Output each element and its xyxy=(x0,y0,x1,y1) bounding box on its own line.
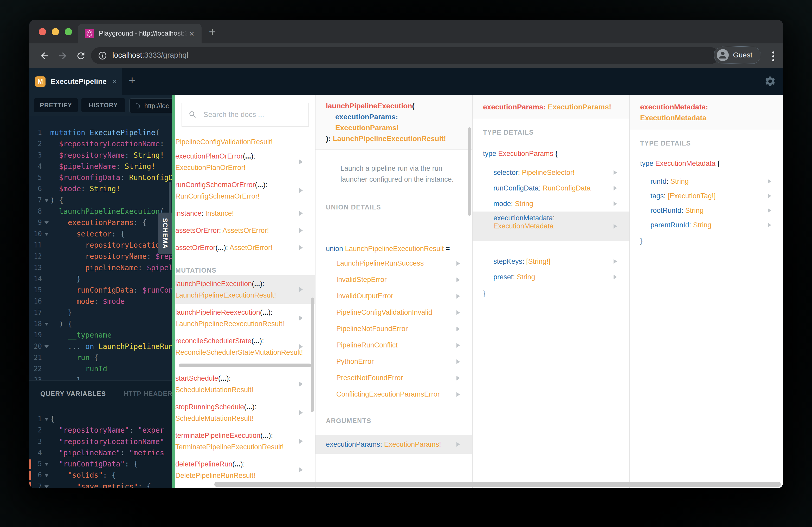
tab-http-headers[interactable]: HTTP HEADERS xyxy=(124,390,172,397)
code-line[interactable]: 3 "repositoryLocationName" xyxy=(29,436,172,447)
variables-editor[interactable]: 1{2 "repositoryName": "exper3 "repositor… xyxy=(29,413,172,488)
fold-arrow-icon[interactable] xyxy=(44,323,49,326)
query-editor[interactable]: 1mutation ExecutePipeline(2 $repositoryL… xyxy=(29,116,172,381)
endpoint-input[interactable]: http://loc xyxy=(129,98,172,113)
docs-divider-bar[interactable] xyxy=(172,95,175,488)
docs-column1-vertical-scrollbar[interactable] xyxy=(311,298,314,412)
code-line[interactable]: 8 launchPipelineExecution( xyxy=(29,206,172,217)
code-line[interactable]: 17 } xyxy=(29,307,172,318)
code-line[interactable]: 11 repositoryLocationName: xyxy=(29,240,172,251)
fold-arrow-icon[interactable] xyxy=(44,222,49,224)
docs-field-item-stopRunningSchedule[interactable]: stopRunningSchedule(...):ScheduleMutatio… xyxy=(175,398,315,427)
type-field-stepKeys[interactable]: stepKeys: [String!] xyxy=(473,254,629,269)
type-field-parentRunId[interactable]: parentRunId: String xyxy=(630,218,783,232)
union-member-InvalidOutputError[interactable]: InvalidOutputError xyxy=(316,288,472,304)
code-line[interactable]: 23 } xyxy=(29,375,172,381)
minimize-window-button[interactable] xyxy=(52,28,59,35)
code-line[interactable]: 16 mode: $mode xyxy=(29,296,172,307)
playground-tab-close-icon[interactable]: × xyxy=(112,77,117,86)
fold-arrow-icon[interactable] xyxy=(44,199,49,202)
code-line[interactable]: 20 ... on LaunchPipelineRunSuccess xyxy=(29,341,172,352)
docs-field-item-startSchedule[interactable]: startSchedule(...):ScheduleMutationResul… xyxy=(175,370,315,398)
code-line[interactable]: 19 __typename xyxy=(29,330,172,341)
code-line[interactable]: 3 $repositoryName: String! xyxy=(29,150,172,161)
union-member-LaunchPipelineRunSuccess[interactable]: LaunchPipelineRunSuccess xyxy=(316,255,472,272)
code-line[interactable]: 12 repositoryName: $repositoryName xyxy=(29,251,172,262)
docs-field-item-launchPipelineExecution[interactable]: launchPipelineExecution(...):LaunchPipel… xyxy=(175,275,315,304)
union-member-PipelineNotFoundError[interactable]: PipelineNotFoundError xyxy=(316,321,472,337)
code-line[interactable]: 2 $repositoryLocationName: xyxy=(29,138,172,149)
docs-field-item-deletePipelineRun[interactable]: deletePipelineRun(...):DeletePipelineRun… xyxy=(175,455,315,484)
docs-search-box[interactable] xyxy=(182,103,309,126)
code-line[interactable]: 9 executionParams: { xyxy=(29,217,172,228)
code-line[interactable]: 22 runId xyxy=(29,363,172,375)
fold-arrow-icon[interactable] xyxy=(44,463,49,466)
code-line[interactable]: 21 run { xyxy=(29,352,172,363)
union-member-PresetNotFoundError[interactable]: PresetNotFoundError xyxy=(316,370,472,386)
code-line[interactable]: 6 $mode: String! xyxy=(29,183,172,194)
site-info-icon[interactable] xyxy=(98,51,107,61)
history-button[interactable]: HISTORY xyxy=(82,98,125,112)
type-field-runId[interactable]: runId: String xyxy=(630,174,783,189)
union-member-PipelineConfigValidationInvalid[interactable]: PipelineConfigValidationInvalid xyxy=(316,304,472,321)
code-line[interactable]: 4 $pipelineName: String! xyxy=(29,161,172,172)
tab-schema[interactable]: SCHEMA xyxy=(158,213,172,254)
docs-field-item-terminatePipelineExecution[interactable]: terminatePipelineExecution(...):Terminat… xyxy=(175,427,315,455)
tab-close-icon[interactable]: × xyxy=(189,28,194,39)
settings-gear-icon[interactable] xyxy=(764,75,776,87)
docs-field-item-launchPipelineReexecution[interactable]: launchPipelineReexecution(...):LaunchPip… xyxy=(175,304,315,332)
docs-field-item-assetOrError[interactable]: assetOrError(...): AssetOrError! xyxy=(175,239,315,256)
zoom-window-button[interactable] xyxy=(65,28,72,35)
address-bar[interactable]: localhost:3333/graphql xyxy=(91,47,719,64)
forward-icon[interactable] xyxy=(57,51,68,61)
type-field-preset[interactable]: preset: String xyxy=(473,269,629,285)
docs-field-item-reconcileSchedulerState[interactable]: reconcileSchedulerState(...):ReconcileSc… xyxy=(175,332,315,361)
type-field-selector[interactable]: selector: PipelineSelector! xyxy=(473,165,629,180)
type-field-executionMetadata[interactable]: executionMetadata:ExecutionMetadata xyxy=(473,212,629,241)
union-member-InvalidStepError[interactable]: InvalidStepError xyxy=(316,272,472,288)
argument-executionparams[interactable]: executionParams: ExecutionParams! xyxy=(316,435,472,454)
code-line[interactable]: 7 "save_metrics": { xyxy=(29,481,172,488)
playground-tab-executepipeline[interactable]: M ExecutePipeline × xyxy=(29,68,122,95)
code-line[interactable]: 14 } xyxy=(29,273,172,285)
playground-new-tab-button[interactable]: + xyxy=(129,74,135,87)
docs-field-item-assetsOrError[interactable]: assetsOrError: AssetsOrError! xyxy=(175,222,315,239)
union-member-ConflictingExecutionParamsError[interactable]: ConflictingExecutionParamsError xyxy=(316,386,472,403)
browser-tab[interactable]: Playground - http://localhost:3 × xyxy=(78,24,202,43)
browser-menu-icon[interactable] xyxy=(771,50,775,63)
type-field-rootRunId[interactable]: rootRunId: String xyxy=(630,203,783,218)
code-line[interactable]: 5 "runConfigData": { xyxy=(29,458,172,470)
docs-horizontal-scrollbar[interactable] xyxy=(214,482,781,487)
code-line[interactable]: 13 pipelineName: $pipelineName xyxy=(29,262,172,273)
type-field-tags[interactable]: tags: [ExecutionTag!] xyxy=(630,189,783,203)
code-line[interactable]: 4 "pipelineName": "metrics xyxy=(29,447,172,458)
prettify-button[interactable]: PRETTIFY xyxy=(34,98,78,112)
reload-icon[interactable] xyxy=(76,51,86,61)
docs-field-item-instance[interactable]: instance: Instance! xyxy=(175,205,315,222)
fold-arrow-icon[interactable] xyxy=(44,418,49,421)
profile-chip[interactable]: Guest xyxy=(714,47,760,63)
docs-field-item-executionPlanOrError[interactable]: executionPlanOrError(...):ExecutionPlanO… xyxy=(175,148,315,176)
docs-search-input[interactable] xyxy=(203,110,308,119)
union-member-PythonError[interactable]: PythonError xyxy=(316,353,472,370)
code-line[interactable]: 18 ) { xyxy=(29,318,172,330)
fold-arrow-icon[interactable] xyxy=(44,345,49,348)
new-tab-button[interactable]: + xyxy=(209,25,216,39)
code-line[interactable]: 1{ xyxy=(29,413,172,425)
fold-arrow-icon[interactable] xyxy=(44,474,49,477)
code-line[interactable]: 7) { xyxy=(29,195,172,206)
back-icon[interactable] xyxy=(39,51,50,61)
fold-arrow-icon[interactable] xyxy=(44,233,49,236)
code-line[interactable]: 15 runConfigData: $runConfigData xyxy=(29,285,172,296)
code-line[interactable]: 2 "repositoryName": "exper xyxy=(29,425,172,436)
type-field-mode[interactable]: mode: String xyxy=(473,196,629,212)
close-window-button[interactable] xyxy=(39,28,46,35)
code-line[interactable]: 10 selector: { xyxy=(29,228,172,240)
union-member-PipelineRunConflict[interactable]: PipelineRunConflict xyxy=(316,337,472,353)
docs-field-item-runConfigSchemaOrError[interactable]: runConfigSchemaOrError(...):RunConfigSch… xyxy=(175,176,315,205)
tab-query-variables[interactable]: QUERY VARIABLES xyxy=(40,390,106,397)
code-line[interactable]: 6 "solids": { xyxy=(29,470,172,481)
docs-column1-horizontal-scrollbar[interactable] xyxy=(179,363,311,367)
code-line[interactable]: 5 $runConfigData: RunConfigData xyxy=(29,172,172,183)
fold-arrow-icon[interactable] xyxy=(44,485,49,488)
